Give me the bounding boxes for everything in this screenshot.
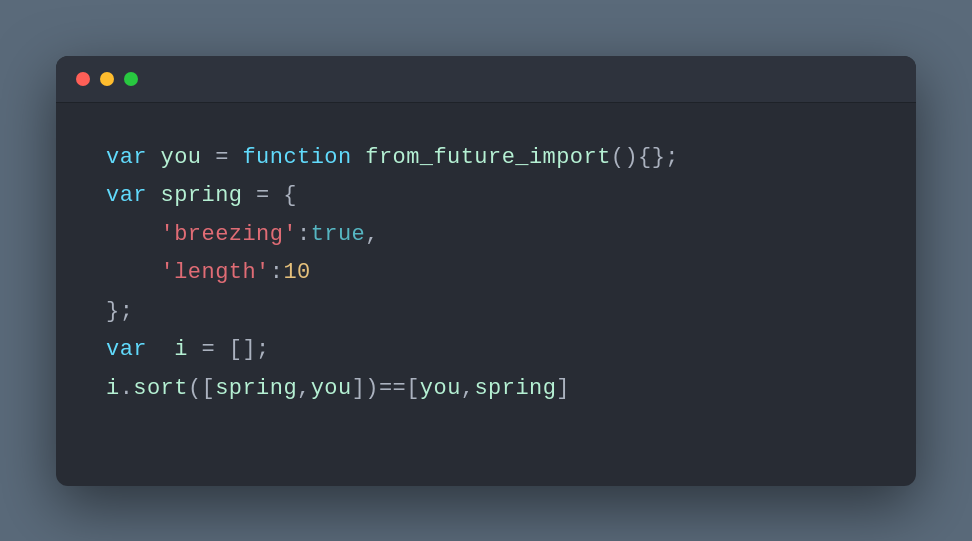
code-segment: , [365,222,379,247]
maximize-button[interactable] [124,72,138,86]
code-segment: ])==[ [352,376,420,401]
code-segment: spring [161,183,243,208]
code-segment: , [297,376,311,401]
code-line-line2: var spring = { [106,177,866,216]
code-segment: 10 [283,260,310,285]
code-editor: var you = function from_future_import(){… [56,103,916,449]
code-segment: you [420,376,461,401]
code-line-line4: 'length':10 [106,254,866,293]
code-segment: : [297,222,311,247]
code-segment: spring [215,376,297,401]
code-segment: var [106,337,174,362]
code-segment: 'length' [161,260,270,285]
code-segment: = [202,145,243,170]
titlebar [56,56,916,103]
code-segment: : [270,260,284,285]
code-segment: i [106,376,120,401]
code-segment: var [106,183,161,208]
code-segment: 'breezing' [161,222,297,247]
code-segment: you [311,376,352,401]
code-segment: var [106,145,161,170]
code-segment: = { [242,183,297,208]
code-line-line1: var you = function from_future_import(){… [106,139,866,178]
minimize-button[interactable] [100,72,114,86]
code-segment: ([ [188,376,215,401]
code-segment: spring [474,376,556,401]
code-segment: ] [556,376,570,401]
code-line-line7: i.sort([spring,you])==[you,spring] [106,370,866,409]
code-segment: = []; [188,337,270,362]
code-window: var you = function from_future_import(){… [56,56,916,486]
code-segment: true [311,222,366,247]
code-segment: i [174,337,188,362]
code-segment [106,260,161,285]
code-segment: }; [106,299,133,324]
code-segment: (){}; [611,145,679,170]
code-segment: , [461,376,475,401]
code-segment: you [161,145,202,170]
code-line-line3: 'breezing':true, [106,216,866,255]
close-button[interactable] [76,72,90,86]
code-line-line5: }; [106,293,866,332]
code-segment [106,222,161,247]
code-segment: function [242,145,351,170]
code-segment: . [120,376,134,401]
code-segment: from_future_import [352,145,611,170]
code-segment: sort [133,376,188,401]
code-line-line6: var i = []; [106,331,866,370]
